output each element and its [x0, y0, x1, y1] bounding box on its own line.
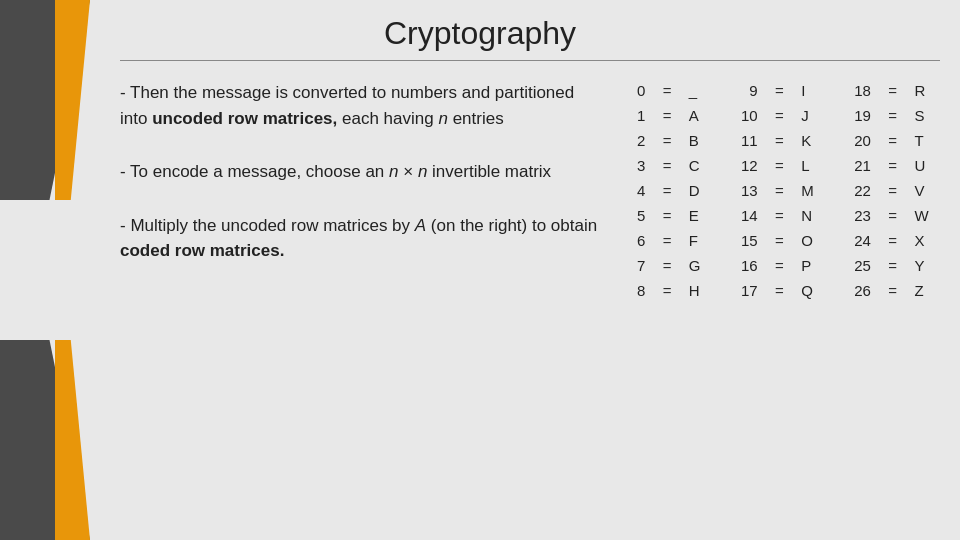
- cell-letter: L: [793, 153, 825, 178]
- cell-num: 12: [729, 153, 765, 178]
- table-row: 2=B11=K20=T: [620, 128, 940, 153]
- cell-eq: =: [879, 78, 907, 103]
- cell-num: 17: [729, 278, 765, 303]
- paragraph-3: - Multiply the uncoded row matrices by A…: [120, 213, 600, 264]
- cell-eq: =: [766, 178, 794, 203]
- cell-num: 16: [729, 253, 765, 278]
- paragraph-2: - To encode a message, choose an n × n i…: [120, 159, 600, 185]
- cell-letter: M: [793, 178, 825, 203]
- cell-spacer: [825, 153, 843, 178]
- cell-spacer: [712, 128, 730, 153]
- cell-eq: =: [653, 203, 681, 228]
- cell-num: 15: [729, 228, 765, 253]
- cell-letter: Z: [906, 278, 940, 303]
- cell-num: 18: [843, 78, 879, 103]
- cell-num: 26: [843, 278, 879, 303]
- cell-eq: =: [766, 78, 794, 103]
- cell-spacer: [825, 278, 843, 303]
- cell-num: 10: [729, 103, 765, 128]
- cell-spacer: [712, 103, 730, 128]
- cell-eq: =: [766, 203, 794, 228]
- page-title: Cryptography: [0, 10, 960, 52]
- cell-num: 23: [843, 203, 879, 228]
- cell-letter: I: [793, 78, 825, 103]
- cell-letter: U: [906, 153, 940, 178]
- cell-letter: G: [681, 253, 712, 278]
- cell-eq: =: [879, 278, 907, 303]
- cell-spacer: [712, 228, 730, 253]
- cell-letter: S: [906, 103, 940, 128]
- title-underline: [120, 60, 940, 61]
- table-row: 1=A10=J19=S: [620, 103, 940, 128]
- cell-letter: X: [906, 228, 940, 253]
- cell-eq: =: [653, 278, 681, 303]
- cell-eq: =: [653, 128, 681, 153]
- cell-spacer: [712, 78, 730, 103]
- cell-letter: R: [906, 78, 940, 103]
- cell-num: 14: [729, 203, 765, 228]
- cipher-table-container: 0=_9=I18=R1=A10=J19=S2=B11=K20=T3=C12=L2…: [620, 70, 940, 520]
- cell-spacer: [825, 128, 843, 153]
- cell-letter: T: [906, 128, 940, 153]
- cell-spacer: [712, 253, 730, 278]
- cell-spacer: [712, 178, 730, 203]
- cell-num: 2: [620, 128, 653, 153]
- cell-eq: =: [879, 178, 907, 203]
- cell-num: 1: [620, 103, 653, 128]
- cell-spacer: [825, 253, 843, 278]
- cell-letter: B: [681, 128, 712, 153]
- cell-eq: =: [653, 178, 681, 203]
- slide: Cryptography - Then the message is conve…: [0, 0, 960, 540]
- cell-spacer: [712, 203, 730, 228]
- content-area: - Then the message is converted to numbe…: [120, 70, 940, 520]
- cell-letter: C: [681, 153, 712, 178]
- cell-letter: O: [793, 228, 825, 253]
- cell-letter: D: [681, 178, 712, 203]
- cell-num: 19: [843, 103, 879, 128]
- cell-letter: V: [906, 178, 940, 203]
- cell-letter: Q: [793, 278, 825, 303]
- cell-spacer: [712, 278, 730, 303]
- cell-letter: W: [906, 203, 940, 228]
- cell-eq: =: [879, 128, 907, 153]
- table-row: 5=E14=N23=W: [620, 203, 940, 228]
- cell-letter: E: [681, 203, 712, 228]
- cell-num: 24: [843, 228, 879, 253]
- cell-num: 0: [620, 78, 653, 103]
- cell-num: 20: [843, 128, 879, 153]
- table-row: 0=_9=I18=R: [620, 78, 940, 103]
- cell-letter: H: [681, 278, 712, 303]
- cell-letter: F: [681, 228, 712, 253]
- cell-spacer: [712, 153, 730, 178]
- cell-eq: =: [653, 103, 681, 128]
- cell-num: 22: [843, 178, 879, 203]
- cell-num: 8: [620, 278, 653, 303]
- cell-eq: =: [879, 228, 907, 253]
- cell-eq: =: [879, 253, 907, 278]
- cell-letter: Y: [906, 253, 940, 278]
- cell-eq: =: [766, 153, 794, 178]
- cell-letter: A: [681, 103, 712, 128]
- table-row: 8=H17=Q26=Z: [620, 278, 940, 303]
- cell-num: 11: [729, 128, 765, 153]
- table-row: 7=G16=P25=Y: [620, 253, 940, 278]
- cell-num: 13: [729, 178, 765, 203]
- table-row: 6=F15=O24=X: [620, 228, 940, 253]
- cell-num: 4: [620, 178, 653, 203]
- cell-eq: =: [879, 153, 907, 178]
- cell-letter: J: [793, 103, 825, 128]
- cell-eq: =: [653, 153, 681, 178]
- cell-letter: K: [793, 128, 825, 153]
- cell-eq: =: [766, 278, 794, 303]
- cell-spacer: [825, 203, 843, 228]
- cell-num: 7: [620, 253, 653, 278]
- table-row: 3=C12=L21=U: [620, 153, 940, 178]
- cell-num: 21: [843, 153, 879, 178]
- cell-eq: =: [879, 103, 907, 128]
- cipher-table: 0=_9=I18=R1=A10=J19=S2=B11=K20=T3=C12=L2…: [620, 78, 940, 303]
- cell-letter: N: [793, 203, 825, 228]
- cell-eq: =: [766, 253, 794, 278]
- cell-eq: =: [766, 228, 794, 253]
- cell-eq: =: [879, 203, 907, 228]
- cell-eq: =: [766, 128, 794, 153]
